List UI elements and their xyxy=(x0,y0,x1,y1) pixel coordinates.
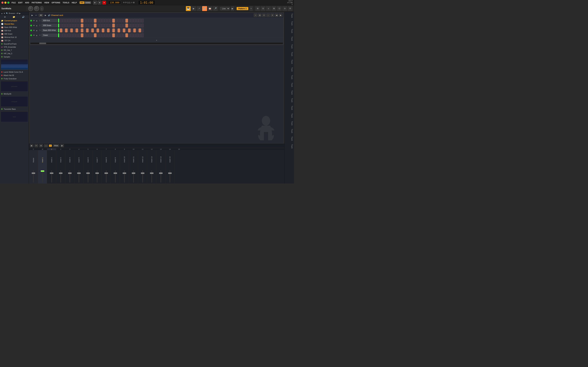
ch-down-2[interactable]: ▼ xyxy=(33,29,35,32)
fader-handle-insert11[interactable] xyxy=(132,173,135,174)
folder-icon[interactable]: 📁 xyxy=(13,16,15,18)
cr-x-btn[interactable]: ✕ xyxy=(270,13,274,17)
cr-arrow-right[interactable]: ▶ xyxy=(279,13,282,17)
ch-name-btn-0[interactable]: 808 Kick xyxy=(42,19,57,22)
step-0-30[interactable] xyxy=(138,19,141,23)
step-2-15[interactable] xyxy=(99,28,102,32)
mixer-track-insert4[interactable]: Insert 4 xyxy=(65,150,74,184)
right-track-12[interactable]: Track xyxy=(285,104,294,112)
menu-file[interactable]: FILE xyxy=(12,1,16,4)
step-1-26[interactable] xyxy=(128,24,130,27)
right-track-1[interactable]: Track xyxy=(285,20,294,27)
loop-icon[interactable]: ⟳ xyxy=(125,1,127,4)
fader-handle-insert2[interactable] xyxy=(50,173,53,174)
step-2-1[interactable] xyxy=(62,28,65,32)
step-2-4[interactable] xyxy=(70,28,73,32)
mic-icon[interactable]: 🎤 xyxy=(213,6,218,11)
step-1-7[interactable] xyxy=(78,24,81,27)
track-label-insert4[interactable]: Insert 4 xyxy=(69,151,71,163)
ch-down-0[interactable]: ▼ xyxy=(33,19,35,22)
fader-handle-insert12[interactable] xyxy=(141,173,144,174)
menu-view[interactable]: VIEW xyxy=(44,1,49,4)
sidebar-item-minimalkick[interactable]: 🥁 Minimal Kick 16 xyxy=(0,36,29,39)
step-2-13[interactable] xyxy=(94,28,96,32)
ch-name-btn-3[interactable]: Snare xyxy=(42,34,57,37)
step-0-12[interactable] xyxy=(91,19,94,23)
track-label-insert8[interactable]: Insert 8 xyxy=(105,151,107,163)
mixer-track-insert7[interactable]: Insert 7 xyxy=(93,150,102,184)
step-1-30[interactable] xyxy=(138,24,141,27)
right-track-10[interactable]: Track xyxy=(285,89,294,96)
ch-up-1[interactable]: ▲ xyxy=(36,24,38,27)
line-mode-expand[interactable]: ▶ xyxy=(231,6,234,11)
ch-name-btn-2[interactable]: Basic 808 HiHat xyxy=(42,29,57,32)
step-3-29[interactable] xyxy=(136,33,138,37)
step-1-15[interactable] xyxy=(99,24,102,27)
step-2-14[interactable] xyxy=(97,28,99,32)
cr-all-filter[interactable]: All xyxy=(39,14,43,17)
sidebar-item-808kick[interactable]: 🥁 808 Kick xyxy=(0,29,29,32)
step-2-16[interactable] xyxy=(102,28,104,32)
step-2-5[interactable] xyxy=(73,28,75,32)
step-2-28[interactable] xyxy=(133,28,136,32)
right-track-0[interactable]: Track xyxy=(285,12,294,20)
fader-handle-insert4[interactable] xyxy=(68,173,72,174)
step-2-7[interactable] xyxy=(78,28,81,32)
step-0-2[interactable] xyxy=(65,19,68,23)
step-1-17[interactable] xyxy=(104,24,107,27)
snap-icon[interactable]: ✛ xyxy=(123,1,125,4)
step-0-3[interactable] xyxy=(68,19,70,23)
mixer-track-insert2[interactable]: Insert 2 xyxy=(47,150,56,184)
settings-icon[interactable]: ⚙ xyxy=(288,6,293,11)
step-1-0[interactable] xyxy=(60,24,62,27)
step-2-8[interactable] xyxy=(81,28,83,32)
sidebar-item-attack-hat[interactable]: ✖ Attack Hat 06 xyxy=(0,74,29,77)
step-1-4[interactable] xyxy=(70,24,73,27)
step-2-31[interactable] xyxy=(141,28,144,32)
step-1-25[interactable] xyxy=(125,24,128,27)
step-3-15[interactable] xyxy=(99,33,102,37)
step-3-19[interactable] xyxy=(110,33,112,37)
cr-grid-icon[interactable]: ⊞ xyxy=(258,13,261,17)
step-3-18[interactable] xyxy=(107,33,110,37)
step-2-19[interactable] xyxy=(110,28,112,32)
step-0-26[interactable] xyxy=(128,19,130,23)
step-0-1[interactable] xyxy=(62,19,65,23)
sidebar-item-str-ensemble[interactable]: SF STR_Ensemble xyxy=(0,46,29,49)
sidebar-item-808snare[interactable]: 🥁 808 Snare xyxy=(0,32,29,36)
mixer-track-insert15[interactable]: Insert 15 xyxy=(165,150,174,184)
step-1-31[interactable] xyxy=(141,24,144,27)
mixer-track-insert10[interactable]: Insert 10 xyxy=(120,150,129,184)
track-label-insert14[interactable]: Insert 14 xyxy=(160,151,162,163)
step-3-4[interactable] xyxy=(70,33,73,37)
step-1-10[interactable] xyxy=(86,24,88,27)
step-2-17[interactable] xyxy=(104,28,107,32)
step-1-1[interactable] xyxy=(62,24,65,27)
step-3-11[interactable] xyxy=(89,33,91,37)
track-label-insert12[interactable]: Insert 12 xyxy=(142,151,144,163)
track-label-insert1[interactable]: Insert 1 xyxy=(42,151,43,163)
step-1-20[interactable] xyxy=(112,24,115,27)
mixer-track-insert13[interactable]: Insert 13 xyxy=(147,150,156,184)
step-icon[interactable]: 3:2 xyxy=(127,1,130,4)
step-0-0[interactable] xyxy=(60,19,62,23)
fader-handle-insert13[interactable] xyxy=(150,173,154,174)
step-1-28[interactable] xyxy=(133,24,136,27)
step-1-16[interactable] xyxy=(102,24,104,27)
fader-handle-insert9[interactable] xyxy=(113,173,117,174)
sidebar-item-sampler[interactable]: ⚙ Sampler xyxy=(0,55,29,58)
step-1-19[interactable] xyxy=(110,24,112,27)
layout-icon3[interactable]: ≡ xyxy=(266,6,271,11)
browser-label[interactable]: Browser - All xyxy=(9,12,18,14)
step-3-25[interactable] xyxy=(125,33,128,37)
speaker-icon[interactable]: 🔊 xyxy=(22,16,25,18)
mixer-expand-btn[interactable]: ▶ xyxy=(60,144,64,147)
step-2-21[interactable] xyxy=(115,28,117,32)
cr-next-btn[interactable]: ▶ xyxy=(44,14,47,17)
mixer-track-insert12[interactable]: Insert 12 xyxy=(138,150,147,184)
fader-handle-insert7[interactable] xyxy=(95,173,99,174)
step-3-30[interactable] xyxy=(138,33,141,37)
pat-button[interactable]: PAT xyxy=(80,1,84,4)
browser-expand[interactable]: ▶ xyxy=(19,12,21,14)
mixer-track-insert9[interactable]: Insert 9 xyxy=(111,150,120,184)
